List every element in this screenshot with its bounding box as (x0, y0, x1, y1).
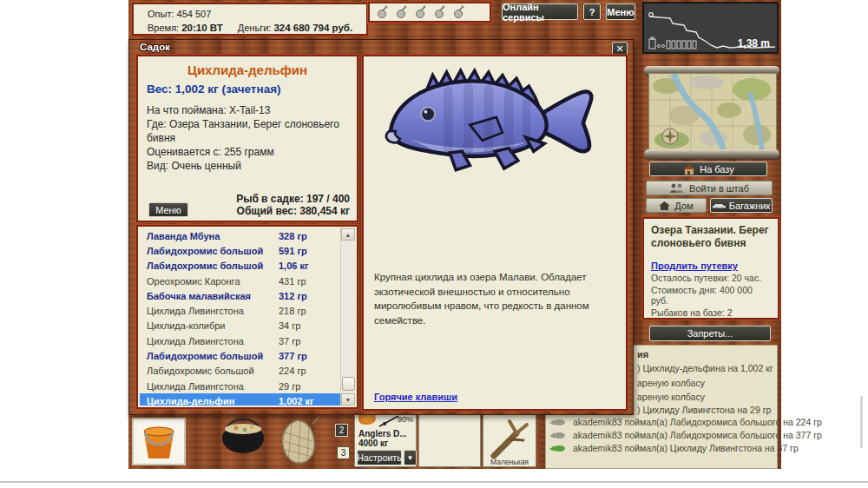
events-header-fragment: ия (637, 349, 648, 359)
fish-row-weight: 34 гр (279, 320, 300, 331)
bell-icon[interactable] (453, 5, 464, 19)
configure-button[interactable]: Настроить (357, 450, 402, 465)
configure-label: Настроить (357, 452, 401, 463)
count-badge[interactable]: 3 (337, 446, 350, 459)
hotkeys-link[interactable]: Горячие клавиши (374, 392, 457, 402)
fish-row-name: Ореохромис Каронга (147, 276, 240, 287)
depth-value: 1,38 m (738, 37, 770, 49)
car-icon (713, 201, 726, 209)
map-roller-bottom (644, 149, 779, 159)
event-text: akademik83 поймал(а) Лабидохромиса больш… (573, 417, 822, 427)
fish-row-weight: 1,002 кг (279, 396, 314, 406)
scroll-down-icon[interactable]: ▼ (341, 393, 355, 406)
rod-slot[interactable]: 90% Anglers D... 4000 кг Настроить ▼ (354, 413, 417, 467)
fish-list-row[interactable]: Лаванда Мбуна 328 гр (140, 228, 340, 243)
bucket-icon (137, 421, 181, 463)
time-label: Время: (148, 23, 179, 33)
trunk-button[interactable]: Багажник (710, 198, 773, 213)
pot-icon (215, 417, 271, 465)
event-row: ареную колбасу (637, 378, 705, 388)
net-sack-icon (274, 415, 323, 465)
fish-row-weight: 29 гр (279, 381, 300, 392)
event-row: akademik83 поймал(а) Лабидохромиса больш… (549, 417, 822, 427)
rod-dropdown-icon[interactable]: ▼ (404, 450, 417, 465)
player-info-panel: Опыт: 454 507 Время: 20:10 ВТ Деньги: 32… (132, 3, 368, 36)
fish-list-row[interactable]: Ореохромис Каронга 431 гр (140, 274, 340, 288)
list-scrollbar[interactable]: ▲ ▼ (340, 228, 355, 406)
keepnet-window: Садок ✕ Цихлида-дельфин Вес: 1,002 кг (з… (128, 39, 634, 415)
money-label: Деньги: (238, 23, 272, 33)
main-menu-label: Меню (607, 7, 634, 17)
page-scrollbar-fragment[interactable] (860, 396, 863, 448)
branch-label: Маленькая (483, 458, 536, 466)
to-base-button[interactable]: На базу (649, 162, 767, 176)
home-button[interactable]: Дом (646, 198, 707, 213)
bucket-slot[interactable] (132, 418, 186, 465)
branch-slot[interactable]: Маленькая (483, 413, 536, 467)
fish-details-panel: Цихлида-дельфин Вес: 1,002 кг (зачетная)… (136, 55, 358, 222)
close-icon[interactable]: ✕ (612, 42, 628, 56)
count-badge[interactable]: 2 (335, 424, 348, 437)
badge-bottom-value: 3 (341, 448, 346, 458)
fish-row-weight: 591 гр (279, 246, 307, 256)
event-text: akademik83 поймал(а) Лабидохромиса больш… (573, 430, 822, 440)
net-sack-item[interactable] (274, 415, 323, 467)
rod-name: Anglers D... (358, 429, 407, 439)
fish-list-row[interactable]: Цихлида Ливингстона 37 гр (140, 333, 340, 348)
fish-list-row[interactable]: Бабочка малавийская 312 гр (140, 288, 340, 303)
depth-sonar-panel: 1,38 m (642, 2, 779, 54)
fish-list-row[interactable]: Лабидохромис большой 1,06 кг (140, 259, 340, 274)
bell-icon[interactable] (415, 5, 426, 19)
help-button[interactable]: ? (583, 3, 601, 20)
fish-list-row[interactable]: Цихлида-дельфин 1,002 кг (140, 393, 340, 406)
event-text: ) Цихлиду Ливингстона на 29 гр (637, 405, 771, 415)
fish-image (367, 58, 622, 190)
experience-line: Опыт: 454 507 (148, 9, 211, 19)
event-text: akademik83 поймал(а) Цихлиду Ливингстона… (573, 443, 799, 453)
fish-row-weight: 328 гр (279, 231, 307, 241)
main-menu-button[interactable]: Меню (606, 3, 635, 20)
house-icon (682, 164, 696, 175)
ticket-left-text: Осталось путевки: 20 час. (651, 273, 771, 283)
home-icon (659, 201, 670, 210)
scrollbar-thumb[interactable] (342, 377, 355, 391)
fish-list-panel: Лаванда Мбуна 328 гр Лабидохромис большо… (136, 225, 358, 409)
time-value: 20:10 ВТ (181, 23, 223, 33)
map-parchment[interactable] (648, 73, 777, 155)
fish-view-panel: Крупная цихлида из озера Малави. Обладае… (362, 55, 628, 411)
bell-icon[interactable] (396, 5, 407, 19)
event-row: ) Цихлиду Ливингстона на 29 гр (637, 405, 771, 415)
fish-list-row[interactable]: Лабидохромис большой 224 гр (140, 364, 340, 379)
bans-button[interactable]: Запреты... (649, 326, 771, 341)
empty-slot[interactable] (418, 413, 481, 467)
rod-test-weight: 4000 кг (358, 439, 388, 448)
minimap[interactable] (644, 66, 779, 160)
time-money-line: Время: 20:10 ВТ Деньги: 324 680 794 руб. (148, 23, 352, 33)
fish-list-row[interactable]: Цихлида-колибри 34 гр (140, 319, 340, 333)
enter-hq-button[interactable]: Войти в штаб (646, 181, 773, 195)
fish-list-row[interactable]: Цихлида Ливингстона 218 гр (140, 303, 340, 318)
event-row: ) Цихлиду-дельфина на 1,002 кг (637, 363, 773, 373)
detail-place: Где: Озера Танзании, Берег слоновьего би… (147, 117, 346, 145)
fish-row-weight: 37 гр (279, 336, 300, 346)
keepnet-menu-button[interactable]: Меню (148, 202, 188, 217)
scroll-up-icon[interactable]: ▲ (341, 228, 355, 241)
fish-row-name: Лабидохромис большой (147, 366, 254, 376)
fish-list-row[interactable]: Лабидохромис большой 591 гр (140, 243, 340, 258)
fish-row-weight: 312 гр (279, 291, 307, 301)
fish-name: Цихлида-дельфин (138, 63, 357, 77)
location-panel: Озера Танзании. Берег слоновьего бивня П… (642, 217, 779, 320)
online-services-button[interactable]: Онлайн сервисы (502, 3, 578, 20)
bell-icon[interactable] (377, 5, 388, 19)
enter-hq-label: Войти в штаб (689, 183, 749, 194)
fish-list-row[interactable]: Цихлида Ливингстона 29 гр (140, 379, 340, 393)
extend-ticket-link[interactable]: Продлить путевку (651, 260, 738, 271)
fish-icon (549, 431, 569, 440)
money-value: 324 680 794 руб. (273, 23, 352, 33)
fish-list-row[interactable]: Лабидохромис большой 377 гр (140, 348, 340, 363)
event-text: ареную колбасу (637, 378, 705, 388)
help-label: ? (589, 7, 595, 17)
keepnet-menu-label: Меню (155, 205, 181, 215)
bell-icon[interactable] (434, 5, 445, 19)
pot-item[interactable] (215, 417, 271, 467)
